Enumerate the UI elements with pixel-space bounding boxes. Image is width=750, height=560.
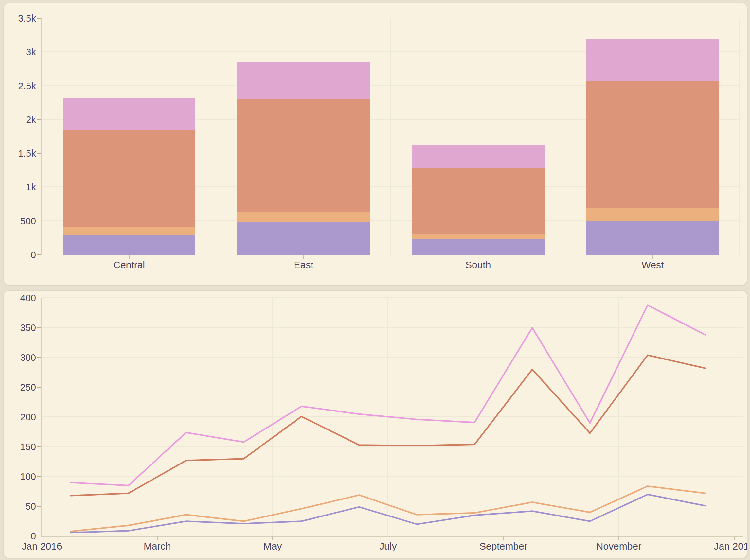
y-axis-tick [37,187,41,187]
bar-segment-series-salmon[interactable] [412,168,544,234]
line-chart-canvas [42,298,743,536]
y-axis-label: 200 [20,413,36,422]
x-axis-label-category: Central [113,260,145,270]
y-axis-tick [37,476,41,477]
y-axis-label: 50 [25,502,36,511]
bar-segment-series-pink[interactable] [237,62,370,99]
y-axis-tick [37,298,41,298]
bar-segment-series-pink[interactable] [586,39,719,81]
y-axis-tick [37,52,41,52]
stacked-bar-chart-card: 05001k1.5k2k2.5k3k3.5kCentralEastSouthWe… [3,3,747,285]
x-axis-label-category: West [642,260,664,270]
x-axis-tick [272,536,273,540]
x-axis-tick [478,255,478,259]
x-axis-label-month: March [144,541,171,551]
y-axis-label: 350 [20,323,36,333]
y-axis-tick [37,417,41,417]
bar-segment-series-light-orange[interactable] [586,208,719,221]
gridline-vertical [739,18,740,255]
x-axis-tick [652,255,653,259]
x-axis-tick [618,536,619,540]
x-axis-label-category: South [465,260,491,270]
x-axis-label-month: November [596,541,642,551]
x-axis-label-month: Jan 2017 [714,541,747,551]
line-series-salmon[interactable] [71,355,705,496]
y-axis-tick [37,327,41,328]
y-axis-tick [37,536,41,537]
y-axis-label: 0 [31,250,36,260]
y-axis-label: 500 [20,216,36,226]
x-axis-tick [303,255,304,259]
x-axis-label-month: May [263,541,282,551]
bar-segment-series-light-orange[interactable] [63,227,195,235]
gridline-vertical [216,18,216,255]
y-axis-tick [37,153,41,154]
bar-chart-plot-area: 05001k1.5k2k2.5k3k3.5kCentralEastSouthWe… [41,18,740,256]
x-axis-tick [734,536,735,540]
line-chart-card: 050100150200250300350400Jan 2016MarchMay… [3,291,747,558]
bar-segment-series-light-orange[interactable] [412,234,544,239]
bar-segment-series-purple[interactable] [63,235,195,255]
bar-segment-series-salmon[interactable] [63,130,195,227]
y-axis-tick [37,506,41,507]
y-axis-label: 1k [26,182,36,192]
x-axis-tick [157,536,158,540]
line-chart-plot-area: 050100150200250300350400Jan 2016MarchMay… [41,298,743,537]
line-series-purple[interactable] [71,495,705,533]
y-axis-label: 2k [26,115,36,124]
y-axis-tick [37,255,41,255]
y-axis-label: 150 [20,442,36,452]
y-axis-tick [37,119,41,120]
gridline-vertical [390,18,391,255]
y-axis-tick [37,86,41,86]
bar-segment-series-salmon[interactable] [586,81,719,208]
y-axis-tick [37,446,41,447]
y-axis-label: 3.5k [18,14,36,23]
y-axis-tick [37,18,41,19]
x-axis-tick [129,255,130,259]
x-axis-label-category: East [294,260,314,270]
x-axis-label-month: Jan 2016 [22,541,62,551]
bar-segment-series-purple[interactable] [586,221,719,255]
bar-segment-series-pink[interactable] [412,145,544,168]
bar-segment-series-light-orange[interactable] [237,212,370,222]
bar-segment-series-salmon[interactable] [237,99,370,212]
y-axis-label: 1.5k [18,149,36,158]
y-axis-tick [37,221,41,221]
x-axis-tick [42,536,42,540]
x-axis-tick [503,536,504,540]
x-axis-label-month: September [479,541,528,551]
y-axis-label: 0 [31,532,36,541]
charts-dashboard: 05001k1.5k2k2.5k3k3.5kCentralEastSouthWe… [0,0,750,560]
y-axis-label: 3k [26,47,36,57]
y-axis-label: 250 [20,383,36,392]
y-axis-label: 300 [20,353,36,362]
y-axis-tick [37,357,41,358]
y-axis-tick [37,387,41,387]
y-axis-label: 100 [20,472,36,481]
bar-segment-series-purple[interactable] [412,239,544,255]
gridline-horizontal [42,18,740,18]
gridline-vertical [565,18,566,255]
x-axis-label-month: July [379,541,397,551]
y-axis-label: 400 [20,294,36,303]
bar-segment-series-pink[interactable] [63,98,195,130]
bar-segment-series-purple[interactable] [237,222,370,255]
line-series-pink[interactable] [71,305,705,485]
x-axis-tick [388,536,389,540]
y-axis-label: 2.5k [18,81,36,91]
